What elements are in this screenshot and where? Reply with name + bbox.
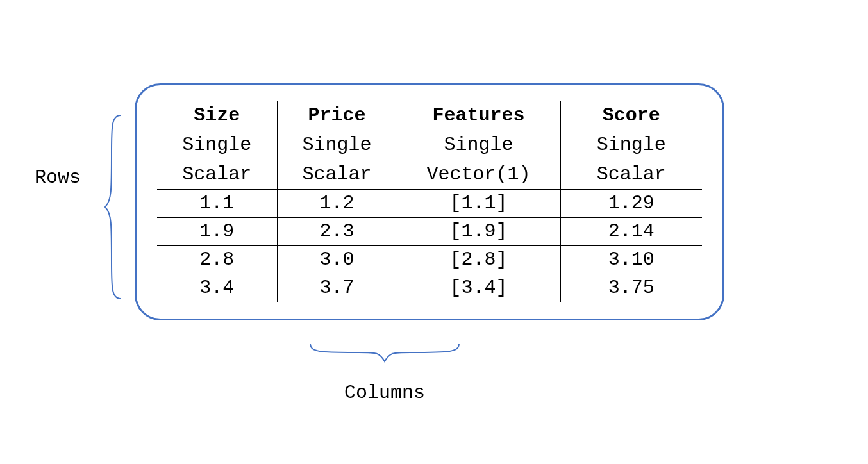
table-row: 1.1 1.2 [1.1] 1.29	[157, 189, 702, 217]
col-header-meta: Single	[277, 130, 397, 160]
cell-price: 3.0	[277, 245, 397, 274]
data-table: Size Price Features Score Single Single …	[157, 101, 702, 302]
columns-axis-label: Columns	[308, 382, 462, 404]
col-header-meta: Single	[397, 130, 560, 160]
rows-brace-icon	[103, 114, 124, 300]
cell-score: 1.29	[560, 189, 702, 217]
cell-features: [1.9]	[397, 217, 560, 245]
col-header-meta: Single	[157, 130, 277, 160]
table-row: 3.4 3.7 [3.4] 3.75	[157, 274, 702, 302]
cell-size: 1.9	[157, 217, 277, 245]
col-header-name: Features	[397, 101, 560, 130]
cell-score: 3.10	[560, 245, 702, 274]
cell-features: [1.1]	[397, 189, 560, 217]
cell-features: [3.4]	[397, 274, 560, 302]
col-header-type: Scalar	[560, 160, 702, 189]
cell-price: 3.7	[277, 274, 397, 302]
col-header-meta: Single	[560, 130, 702, 160]
col-header-type: Vector(1)	[397, 160, 560, 189]
diagram-stage: Rows Size Price Features Score Single Si…	[0, 0, 868, 464]
columns-brace-icon	[308, 340, 462, 365]
col-header-name: Size	[157, 101, 277, 130]
cell-price: 2.3	[277, 217, 397, 245]
cell-score: 2.14	[560, 217, 702, 245]
table-row: 2.8 3.0 [2.8] 3.10	[157, 245, 702, 274]
cell-score: 3.75	[560, 274, 702, 302]
col-header-type: Scalar	[157, 160, 277, 189]
rows-axis-label: Rows	[19, 167, 96, 188]
col-header-name: Score	[560, 101, 702, 130]
cell-size: 1.1	[157, 189, 277, 217]
cell-size: 2.8	[157, 245, 277, 274]
cell-features: [2.8]	[397, 245, 560, 274]
table-row: 1.9 2.3 [1.9] 2.14	[157, 217, 702, 245]
cell-price: 1.2	[277, 189, 397, 217]
col-header-name: Price	[277, 101, 397, 130]
table-frame: Size Price Features Score Single Single …	[135, 83, 724, 320]
cell-size: 3.4	[157, 274, 277, 302]
col-header-type: Scalar	[277, 160, 397, 189]
